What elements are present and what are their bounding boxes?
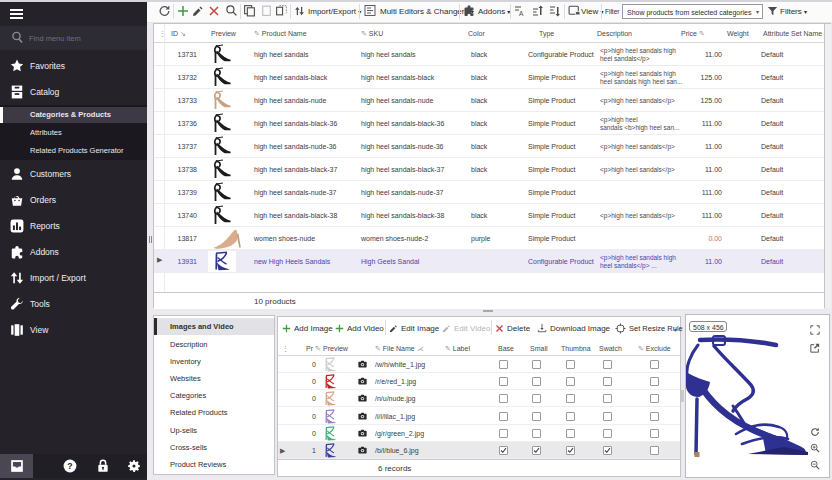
svg-text:?: ? (67, 461, 72, 471)
svg-text:A: A (519, 10, 524, 17)
